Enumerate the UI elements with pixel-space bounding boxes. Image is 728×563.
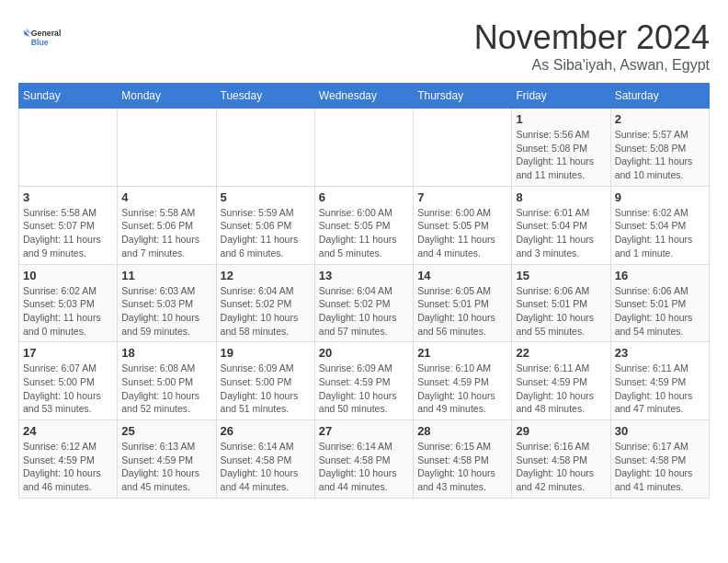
calendar-day-cell: 18Sunrise: 6:08 AM Sunset: 5:00 PM Dayli… xyxy=(118,342,216,420)
day-info: Sunrise: 6:04 AM Sunset: 5:02 PM Dayligh… xyxy=(319,284,409,339)
calendar-day-cell: 30Sunrise: 6:17 AM Sunset: 4:58 PM Dayli… xyxy=(610,420,709,499)
day-number: 3 xyxy=(23,190,113,204)
day-number: 15 xyxy=(516,269,606,282)
calendar-day-cell: 5Sunrise: 5:59 AM Sunset: 5:06 PM Daylig… xyxy=(216,186,314,264)
day-number: 18 xyxy=(121,346,211,360)
svg-text:Blue: Blue xyxy=(31,38,49,47)
day-info: Sunrise: 6:01 AM Sunset: 5:04 PM Dayligh… xyxy=(516,206,606,260)
page-header: General Blue November 2024 As Siba'iyah,… xyxy=(18,18,710,74)
day-number: 13 xyxy=(319,269,409,282)
day-info: Sunrise: 6:14 AM Sunset: 4:58 PM Dayligh… xyxy=(319,440,409,494)
day-info: Sunrise: 6:07 AM Sunset: 5:00 PM Dayligh… xyxy=(23,362,113,416)
day-number: 30 xyxy=(615,424,705,438)
day-number: 29 xyxy=(516,424,606,438)
calendar-day-cell: 19Sunrise: 6:09 AM Sunset: 5:00 PM Dayli… xyxy=(216,342,314,420)
day-number: 19 xyxy=(221,346,311,360)
day-info: Sunrise: 5:56 AM Sunset: 5:08 PM Dayligh… xyxy=(516,128,606,182)
calendar-day-cell: 8Sunrise: 6:01 AM Sunset: 5:04 PM Daylig… xyxy=(512,186,610,264)
month-title: November 2024 xyxy=(474,18,710,57)
calendar-day-cell: 3Sunrise: 5:58 AM Sunset: 5:07 PM Daylig… xyxy=(19,186,118,264)
calendar-week-row: 17Sunrise: 6:07 AM Sunset: 5:00 PM Dayli… xyxy=(19,342,710,420)
day-info: Sunrise: 6:06 AM Sunset: 5:01 PM Dayligh… xyxy=(516,284,606,339)
weekday-header-sunday: Sunday xyxy=(19,84,118,109)
day-number: 14 xyxy=(417,269,507,282)
title-area: November 2024 As Siba'iyah, Aswan, Egypt xyxy=(474,18,710,74)
day-number: 2 xyxy=(615,112,705,126)
day-info: Sunrise: 6:08 AM Sunset: 5:00 PM Dayligh… xyxy=(121,362,211,416)
day-number: 28 xyxy=(417,424,507,438)
day-number: 11 xyxy=(121,269,211,282)
day-number: 26 xyxy=(221,424,311,438)
calendar-day-cell: 14Sunrise: 6:05 AM Sunset: 5:01 PM Dayli… xyxy=(414,264,512,342)
calendar-day-cell: 7Sunrise: 6:00 AM Sunset: 5:05 PM Daylig… xyxy=(414,186,512,264)
day-number: 7 xyxy=(417,190,507,204)
day-number: 23 xyxy=(615,346,705,360)
day-info: Sunrise: 6:12 AM Sunset: 4:59 PM Dayligh… xyxy=(23,440,113,494)
day-info: Sunrise: 6:09 AM Sunset: 4:59 PM Dayligh… xyxy=(319,362,409,416)
day-info: Sunrise: 6:13 AM Sunset: 4:59 PM Dayligh… xyxy=(121,440,211,494)
day-info: Sunrise: 5:59 AM Sunset: 5:06 PM Dayligh… xyxy=(221,206,311,260)
day-info: Sunrise: 6:15 AM Sunset: 4:58 PM Dayligh… xyxy=(417,440,507,494)
weekday-header-saturday: Saturday xyxy=(610,84,709,109)
calendar-day-cell xyxy=(19,109,118,187)
day-number: 21 xyxy=(417,346,507,360)
weekday-header-row: SundayMondayTuesdayWednesdayThursdayFrid… xyxy=(19,84,710,109)
calendar-day-cell: 28Sunrise: 6:15 AM Sunset: 4:58 PM Dayli… xyxy=(414,420,512,499)
weekday-header-thursday: Thursday xyxy=(414,84,512,109)
day-info: Sunrise: 6:00 AM Sunset: 5:05 PM Dayligh… xyxy=(319,206,409,260)
calendar-day-cell xyxy=(414,109,512,187)
calendar-day-cell: 21Sunrise: 6:10 AM Sunset: 4:59 PM Dayli… xyxy=(414,342,512,420)
weekday-header-tuesday: Tuesday xyxy=(216,84,314,109)
calendar-day-cell: 10Sunrise: 6:02 AM Sunset: 5:03 PM Dayli… xyxy=(19,264,118,342)
calendar-day-cell: 6Sunrise: 6:00 AM Sunset: 5:05 PM Daylig… xyxy=(314,186,413,264)
day-info: Sunrise: 5:58 AM Sunset: 5:06 PM Dayligh… xyxy=(121,206,211,260)
calendar-day-cell: 23Sunrise: 6:11 AM Sunset: 4:59 PM Dayli… xyxy=(610,342,709,420)
calendar-day-cell: 12Sunrise: 6:04 AM Sunset: 5:02 PM Dayli… xyxy=(216,264,314,342)
day-info: Sunrise: 6:11 AM Sunset: 4:59 PM Dayligh… xyxy=(516,362,606,416)
day-info: Sunrise: 6:14 AM Sunset: 4:58 PM Dayligh… xyxy=(221,440,311,494)
calendar-day-cell: 22Sunrise: 6:11 AM Sunset: 4:59 PM Dayli… xyxy=(512,342,610,420)
svg-text:General: General xyxy=(31,29,62,38)
day-info: Sunrise: 5:58 AM Sunset: 5:07 PM Dayligh… xyxy=(23,206,113,260)
day-info: Sunrise: 5:57 AM Sunset: 5:08 PM Dayligh… xyxy=(615,128,705,182)
logo-svg: General Blue xyxy=(18,18,64,55)
day-number: 27 xyxy=(319,424,409,438)
day-info: Sunrise: 6:11 AM Sunset: 4:59 PM Dayligh… xyxy=(615,362,705,416)
calendar-day-cell: 20Sunrise: 6:09 AM Sunset: 4:59 PM Dayli… xyxy=(314,342,413,420)
calendar-day-cell: 17Sunrise: 6:07 AM Sunset: 5:00 PM Dayli… xyxy=(19,342,118,420)
calendar-week-row: 24Sunrise: 6:12 AM Sunset: 4:59 PM Dayli… xyxy=(19,420,710,499)
day-info: Sunrise: 6:10 AM Sunset: 4:59 PM Dayligh… xyxy=(417,362,507,416)
calendar-day-cell: 11Sunrise: 6:03 AM Sunset: 5:03 PM Dayli… xyxy=(118,264,216,342)
day-number: 24 xyxy=(23,424,113,438)
day-info: Sunrise: 6:05 AM Sunset: 5:01 PM Dayligh… xyxy=(417,284,507,339)
calendar-day-cell: 2Sunrise: 5:57 AM Sunset: 5:08 PM Daylig… xyxy=(610,109,709,187)
weekday-header-friday: Friday xyxy=(512,84,610,109)
day-number: 4 xyxy=(121,190,211,204)
calendar-day-cell xyxy=(118,109,216,187)
day-info: Sunrise: 6:02 AM Sunset: 5:03 PM Dayligh… xyxy=(23,284,113,339)
calendar-day-cell: 25Sunrise: 6:13 AM Sunset: 4:59 PM Dayli… xyxy=(118,420,216,499)
day-number: 8 xyxy=(516,190,606,204)
calendar-day-cell: 26Sunrise: 6:14 AM Sunset: 4:58 PM Dayli… xyxy=(216,420,314,499)
day-number: 5 xyxy=(221,190,311,204)
calendar-day-cell: 9Sunrise: 6:02 AM Sunset: 5:04 PM Daylig… xyxy=(610,186,709,264)
calendar-day-cell: 4Sunrise: 5:58 AM Sunset: 5:06 PM Daylig… xyxy=(118,186,216,264)
day-number: 1 xyxy=(516,112,606,126)
calendar-day-cell: 29Sunrise: 6:16 AM Sunset: 4:58 PM Dayli… xyxy=(512,420,610,499)
day-info: Sunrise: 6:16 AM Sunset: 4:58 PM Dayligh… xyxy=(516,440,606,494)
day-info: Sunrise: 6:06 AM Sunset: 5:01 PM Dayligh… xyxy=(615,284,705,339)
calendar-day-cell: 13Sunrise: 6:04 AM Sunset: 5:02 PM Dayli… xyxy=(314,264,413,342)
day-number: 16 xyxy=(615,269,705,282)
location-title: As Siba'iyah, Aswan, Egypt xyxy=(474,57,710,74)
day-info: Sunrise: 6:09 AM Sunset: 5:00 PM Dayligh… xyxy=(221,362,311,416)
calendar-week-row: 1Sunrise: 5:56 AM Sunset: 5:08 PM Daylig… xyxy=(19,109,710,187)
calendar-day-cell: 27Sunrise: 6:14 AM Sunset: 4:58 PM Dayli… xyxy=(314,420,413,499)
day-number: 12 xyxy=(221,269,311,282)
day-info: Sunrise: 6:03 AM Sunset: 5:03 PM Dayligh… xyxy=(121,284,211,339)
weekday-header-wednesday: Wednesday xyxy=(314,84,413,109)
calendar-table: SundayMondayTuesdayWednesdayThursdayFrid… xyxy=(18,83,710,499)
calendar-day-cell xyxy=(314,109,413,187)
day-info: Sunrise: 6:04 AM Sunset: 5:02 PM Dayligh… xyxy=(221,284,311,339)
calendar-day-cell: 24Sunrise: 6:12 AM Sunset: 4:59 PM Dayli… xyxy=(19,420,118,499)
day-number: 22 xyxy=(516,346,606,360)
